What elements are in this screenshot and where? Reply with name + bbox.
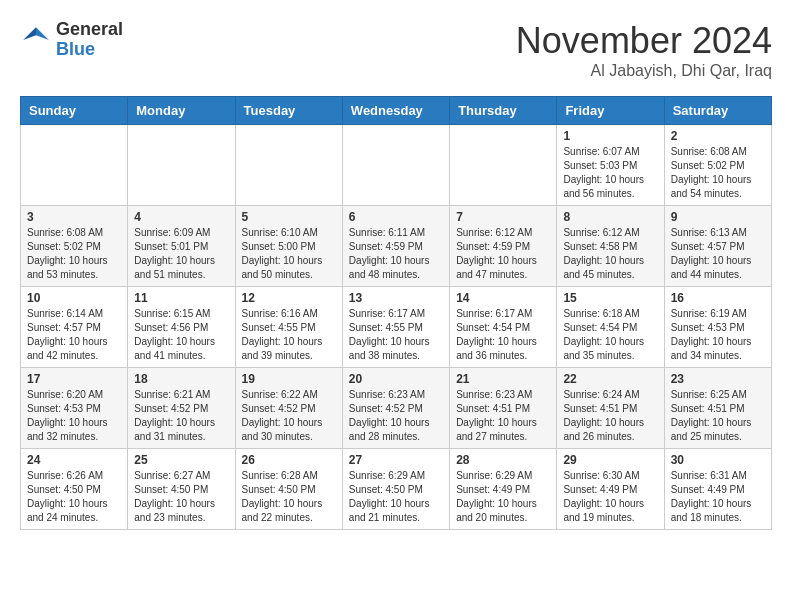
calendar-cell: 17Sunrise: 6:20 AM Sunset: 4:53 PM Dayli…	[21, 368, 128, 449]
day-number: 7	[456, 210, 550, 224]
weekday-header-saturday: Saturday	[664, 97, 771, 125]
day-number: 28	[456, 453, 550, 467]
day-info: Sunrise: 6:11 AM Sunset: 4:59 PM Dayligh…	[349, 226, 443, 282]
day-number: 16	[671, 291, 765, 305]
calendar-cell: 23Sunrise: 6:25 AM Sunset: 4:51 PM Dayli…	[664, 368, 771, 449]
weekday-header-tuesday: Tuesday	[235, 97, 342, 125]
day-number: 6	[349, 210, 443, 224]
day-info: Sunrise: 6:17 AM Sunset: 4:55 PM Dayligh…	[349, 307, 443, 363]
day-number: 8	[563, 210, 657, 224]
calendar-cell: 6Sunrise: 6:11 AM Sunset: 4:59 PM Daylig…	[342, 206, 449, 287]
weekday-header-sunday: Sunday	[21, 97, 128, 125]
calendar-cell: 28Sunrise: 6:29 AM Sunset: 4:49 PM Dayli…	[450, 449, 557, 530]
day-info: Sunrise: 6:13 AM Sunset: 4:57 PM Dayligh…	[671, 226, 765, 282]
day-info: Sunrise: 6:25 AM Sunset: 4:51 PM Dayligh…	[671, 388, 765, 444]
day-number: 13	[349, 291, 443, 305]
calendar-cell	[21, 125, 128, 206]
day-info: Sunrise: 6:22 AM Sunset: 4:52 PM Dayligh…	[242, 388, 336, 444]
weekday-header-row: SundayMondayTuesdayWednesdayThursdayFrid…	[21, 97, 772, 125]
calendar-cell: 22Sunrise: 6:24 AM Sunset: 4:51 PM Dayli…	[557, 368, 664, 449]
day-info: Sunrise: 6:31 AM Sunset: 4:49 PM Dayligh…	[671, 469, 765, 525]
calendar-cell: 2Sunrise: 6:08 AM Sunset: 5:02 PM Daylig…	[664, 125, 771, 206]
logo-icon	[20, 24, 52, 56]
calendar-cell: 12Sunrise: 6:16 AM Sunset: 4:55 PM Dayli…	[235, 287, 342, 368]
weekday-header-monday: Monday	[128, 97, 235, 125]
day-number: 10	[27, 291, 121, 305]
calendar-week-4: 17Sunrise: 6:20 AM Sunset: 4:53 PM Dayli…	[21, 368, 772, 449]
day-info: Sunrise: 6:26 AM Sunset: 4:50 PM Dayligh…	[27, 469, 121, 525]
calendar-cell: 26Sunrise: 6:28 AM Sunset: 4:50 PM Dayli…	[235, 449, 342, 530]
calendar-cell: 20Sunrise: 6:23 AM Sunset: 4:52 PM Dayli…	[342, 368, 449, 449]
weekday-header-friday: Friday	[557, 97, 664, 125]
day-number: 14	[456, 291, 550, 305]
day-number: 27	[349, 453, 443, 467]
day-number: 20	[349, 372, 443, 386]
day-info: Sunrise: 6:16 AM Sunset: 4:55 PM Dayligh…	[242, 307, 336, 363]
calendar-cell: 4Sunrise: 6:09 AM Sunset: 5:01 PM Daylig…	[128, 206, 235, 287]
day-info: Sunrise: 6:21 AM Sunset: 4:52 PM Dayligh…	[134, 388, 228, 444]
calendar-cell: 19Sunrise: 6:22 AM Sunset: 4:52 PM Dayli…	[235, 368, 342, 449]
day-number: 23	[671, 372, 765, 386]
calendar-cell: 18Sunrise: 6:21 AM Sunset: 4:52 PM Dayli…	[128, 368, 235, 449]
day-info: Sunrise: 6:20 AM Sunset: 4:53 PM Dayligh…	[27, 388, 121, 444]
calendar-cell: 13Sunrise: 6:17 AM Sunset: 4:55 PM Dayli…	[342, 287, 449, 368]
logo-blue: Blue	[56, 40, 123, 60]
calendar-week-1: 1Sunrise: 6:07 AM Sunset: 5:03 PM Daylig…	[21, 125, 772, 206]
calendar-week-3: 10Sunrise: 6:14 AM Sunset: 4:57 PM Dayli…	[21, 287, 772, 368]
calendar-cell: 10Sunrise: 6:14 AM Sunset: 4:57 PM Dayli…	[21, 287, 128, 368]
day-number: 30	[671, 453, 765, 467]
day-number: 17	[27, 372, 121, 386]
day-info: Sunrise: 6:30 AM Sunset: 4:49 PM Dayligh…	[563, 469, 657, 525]
day-number: 26	[242, 453, 336, 467]
day-number: 29	[563, 453, 657, 467]
day-number: 22	[563, 372, 657, 386]
calendar-cell: 3Sunrise: 6:08 AM Sunset: 5:02 PM Daylig…	[21, 206, 128, 287]
day-number: 2	[671, 129, 765, 143]
calendar-cell: 24Sunrise: 6:26 AM Sunset: 4:50 PM Dayli…	[21, 449, 128, 530]
calendar-cell: 30Sunrise: 6:31 AM Sunset: 4:49 PM Dayli…	[664, 449, 771, 530]
title-block: November 2024 Al Jabayish, Dhi Qar, Iraq	[516, 20, 772, 80]
day-info: Sunrise: 6:10 AM Sunset: 5:00 PM Dayligh…	[242, 226, 336, 282]
calendar-cell: 21Sunrise: 6:23 AM Sunset: 4:51 PM Dayli…	[450, 368, 557, 449]
day-number: 25	[134, 453, 228, 467]
day-info: Sunrise: 6:29 AM Sunset: 4:50 PM Dayligh…	[349, 469, 443, 525]
calendar-cell: 15Sunrise: 6:18 AM Sunset: 4:54 PM Dayli…	[557, 287, 664, 368]
day-number: 4	[134, 210, 228, 224]
calendar-cell: 29Sunrise: 6:30 AM Sunset: 4:49 PM Dayli…	[557, 449, 664, 530]
day-number: 1	[563, 129, 657, 143]
svg-marker-1	[23, 27, 36, 40]
day-info: Sunrise: 6:08 AM Sunset: 5:02 PM Dayligh…	[671, 145, 765, 201]
day-info: Sunrise: 6:23 AM Sunset: 4:51 PM Dayligh…	[456, 388, 550, 444]
day-info: Sunrise: 6:17 AM Sunset: 4:54 PM Dayligh…	[456, 307, 550, 363]
calendar-cell: 25Sunrise: 6:27 AM Sunset: 4:50 PM Dayli…	[128, 449, 235, 530]
day-number: 19	[242, 372, 336, 386]
calendar-cell	[235, 125, 342, 206]
calendar-cell: 8Sunrise: 6:12 AM Sunset: 4:58 PM Daylig…	[557, 206, 664, 287]
logo-general: General	[56, 20, 123, 40]
day-info: Sunrise: 6:07 AM Sunset: 5:03 PM Dayligh…	[563, 145, 657, 201]
day-number: 18	[134, 372, 228, 386]
day-number: 3	[27, 210, 121, 224]
calendar-cell: 7Sunrise: 6:12 AM Sunset: 4:59 PM Daylig…	[450, 206, 557, 287]
calendar-cell	[450, 125, 557, 206]
day-number: 21	[456, 372, 550, 386]
day-info: Sunrise: 6:19 AM Sunset: 4:53 PM Dayligh…	[671, 307, 765, 363]
calendar-cell: 16Sunrise: 6:19 AM Sunset: 4:53 PM Dayli…	[664, 287, 771, 368]
svg-marker-0	[36, 27, 49, 40]
month-title: November 2024	[516, 20, 772, 62]
day-info: Sunrise: 6:28 AM Sunset: 4:50 PM Dayligh…	[242, 469, 336, 525]
calendar-week-5: 24Sunrise: 6:26 AM Sunset: 4:50 PM Dayli…	[21, 449, 772, 530]
calendar-cell: 14Sunrise: 6:17 AM Sunset: 4:54 PM Dayli…	[450, 287, 557, 368]
page-header: General Blue November 2024 Al Jabayish, …	[20, 20, 772, 80]
day-info: Sunrise: 6:08 AM Sunset: 5:02 PM Dayligh…	[27, 226, 121, 282]
calendar-cell: 9Sunrise: 6:13 AM Sunset: 4:57 PM Daylig…	[664, 206, 771, 287]
calendar-week-2: 3Sunrise: 6:08 AM Sunset: 5:02 PM Daylig…	[21, 206, 772, 287]
day-info: Sunrise: 6:27 AM Sunset: 4:50 PM Dayligh…	[134, 469, 228, 525]
logo: General Blue	[20, 20, 123, 60]
day-info: Sunrise: 6:09 AM Sunset: 5:01 PM Dayligh…	[134, 226, 228, 282]
day-info: Sunrise: 6:23 AM Sunset: 4:52 PM Dayligh…	[349, 388, 443, 444]
calendar-table: SundayMondayTuesdayWednesdayThursdayFrid…	[20, 96, 772, 530]
day-number: 24	[27, 453, 121, 467]
day-info: Sunrise: 6:15 AM Sunset: 4:56 PM Dayligh…	[134, 307, 228, 363]
day-info: Sunrise: 6:14 AM Sunset: 4:57 PM Dayligh…	[27, 307, 121, 363]
